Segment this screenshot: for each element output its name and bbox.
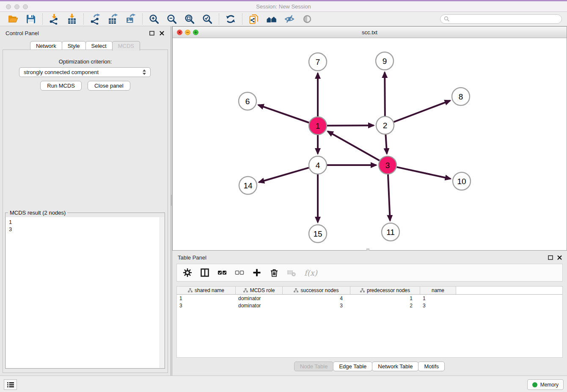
export-image-icon[interactable] — [125, 14, 136, 25]
graph-node-6[interactable]: 6 — [239, 92, 256, 110]
graph-node-15[interactable]: 15 — [309, 225, 327, 243]
add-column-icon[interactable] — [252, 268, 261, 277]
table-toolbar: f(x) — [176, 264, 563, 282]
table-cell[interactable]: 3 — [420, 303, 456, 309]
network-graph[interactable]: 7968124314101511 — [173, 38, 567, 250]
table-row[interactable]: 3dominator323 — [177, 302, 562, 309]
graph-edge-3-10[interactable] — [396, 167, 450, 179]
splitter-handle[interactable] — [171, 195, 172, 206]
mcds-panel: Optimization criterion: strongly connect… — [3, 50, 168, 373]
graph-edge-4-14[interactable] — [259, 168, 309, 182]
graph-edge-2-3[interactable] — [385, 135, 387, 154]
graph-node-7[interactable]: 7 — [309, 53, 327, 71]
network-window-titlebar[interactable]: scc.txt — [173, 27, 567, 38]
show-tasks-button[interactable] — [4, 379, 17, 390]
graph-node-9[interactable]: 9 — [376, 52, 394, 70]
zoom-in-icon[interactable] — [149, 14, 160, 25]
tab-motifs[interactable]: Motifs — [418, 362, 445, 371]
select-all-checkboxes-icon[interactable] — [217, 268, 227, 277]
close-panel-button[interactable]: Close panel — [88, 81, 130, 91]
search-box[interactable] — [440, 14, 562, 24]
graph-edge-1-6[interactable] — [258, 105, 309, 123]
table-cell[interactable]: 1 — [350, 295, 420, 301]
table-cell[interactable]: 4 — [283, 295, 350, 301]
graph-node-8[interactable]: 8 — [452, 88, 470, 105]
zoom-fit-icon[interactable] — [184, 14, 195, 25]
column-header-shared-name[interactable]: shared name — [177, 287, 236, 294]
tab-mcds[interactable]: MCDS — [112, 41, 140, 51]
svg-text:3: 3 — [385, 161, 390, 170]
column-layout-icon[interactable] — [200, 268, 209, 277]
deselect-all-checkboxes-icon[interactable] — [235, 268, 244, 277]
memory-button[interactable]: Memory — [527, 379, 564, 390]
hide-panels-icon[interactable] — [284, 14, 295, 25]
graph-node-2[interactable]: 2 — [376, 116, 394, 134]
zoom-selected-icon[interactable] — [202, 14, 213, 25]
graph-node-11[interactable]: 11 — [382, 223, 399, 241]
svg-text:1: 1 — [316, 121, 320, 130]
float-panel-icon[interactable] — [149, 31, 154, 36]
table-body: 1dominator4113dominator323 — [177, 295, 562, 309]
export-network-icon[interactable] — [90, 14, 101, 25]
duplicate-network-icon[interactable] — [248, 14, 259, 25]
graph-edge-1-2[interactable] — [327, 125, 374, 126]
table-cell[interactable]: dominator — [236, 303, 283, 309]
mcds-result-box: 1 3 — [6, 217, 164, 368]
graph-edge-2-8[interactable] — [394, 101, 450, 122]
svg-text:8: 8 — [459, 92, 463, 101]
tab-edge-table[interactable]: Edge Table — [333, 362, 372, 371]
export-table-icon[interactable] — [107, 14, 118, 25]
table-cell[interactable]: 2 — [350, 303, 420, 309]
zoom-out-icon[interactable] — [166, 14, 177, 25]
delete-column-icon[interactable] — [270, 268, 279, 277]
column-header-successor-nodes[interactable]: successor nodes — [283, 287, 350, 294]
toolbar-separator — [83, 14, 84, 25]
graph-edge-3-1[interactable] — [328, 131, 380, 160]
table-cell[interactable]: 1 — [177, 295, 236, 301]
close-panel-icon[interactable] — [160, 31, 164, 36]
search-input[interactable] — [451, 16, 558, 22]
column-header-name[interactable]: name — [420, 287, 456, 294]
run-mcds-button[interactable]: Run MCDS — [40, 81, 82, 91]
search-icon — [444, 16, 449, 22]
import-table-icon[interactable] — [66, 14, 77, 25]
graph-node-4[interactable]: 4 — [309, 156, 327, 174]
home-view-icon[interactable] — [266, 14, 277, 25]
tab-node-table[interactable]: Node Table — [294, 362, 334, 371]
graph-node-1[interactable]: 1 — [309, 117, 327, 135]
open-session-icon[interactable] — [8, 14, 19, 25]
table-cell[interactable]: 3 — [283, 303, 350, 309]
graph-edge-3-11[interactable] — [388, 174, 390, 221]
tab-network-table[interactable]: Network Table — [372, 362, 418, 371]
svg-text:14: 14 — [243, 181, 253, 190]
mcds-result-text[interactable]: 1 3 — [6, 217, 159, 368]
mcds-result-fieldset: MCDS result (2 nodes) 1 3 — [5, 210, 165, 369]
memory-status-icon — [532, 382, 537, 387]
column-header-predecessor-nodes[interactable]: predecessor nodes — [350, 287, 420, 294]
function-builder-icon[interactable]: f(x) — [304, 268, 317, 277]
close-table-panel-icon[interactable] — [557, 255, 562, 260]
float-table-panel-icon[interactable] — [548, 255, 553, 260]
table-panel: Table Panel — [172, 251, 567, 375]
table-cell[interactable]: dominator — [236, 295, 283, 301]
show-panels-icon[interactable] — [302, 14, 313, 25]
result-scrollbar[interactable] — [160, 217, 164, 368]
table-cell[interactable]: 1 — [420, 295, 456, 301]
criterion-select[interactable]: strongly connected component — [19, 67, 151, 77]
network-graph-canvas[interactable]: 7968124314101511 — [173, 38, 567, 250]
save-session-icon[interactable] — [25, 14, 36, 25]
refresh-icon[interactable] — [225, 14, 236, 25]
column-header-label: shared name — [195, 287, 224, 293]
column-header-MCDS-role[interactable]: MCDS role — [236, 287, 283, 294]
delete-table-icon[interactable] — [287, 268, 296, 277]
import-network-icon[interactable] — [49, 14, 60, 25]
graph-node-3[interactable]: 3 — [379, 156, 396, 174]
table-row[interactable]: 1dominator411 — [177, 295, 562, 302]
graph-edge-2-9[interactable] — [385, 72, 385, 116]
settings-gear-icon[interactable] — [183, 268, 192, 277]
toolbar-separator — [142, 14, 143, 25]
graph-node-10[interactable]: 10 — [453, 172, 471, 190]
node-table[interactable]: shared nameMCDS rolesuccessor nodesprede… — [176, 286, 563, 358]
graph-node-14[interactable]: 14 — [239, 177, 257, 194]
table-cell[interactable]: 3 — [177, 303, 236, 309]
